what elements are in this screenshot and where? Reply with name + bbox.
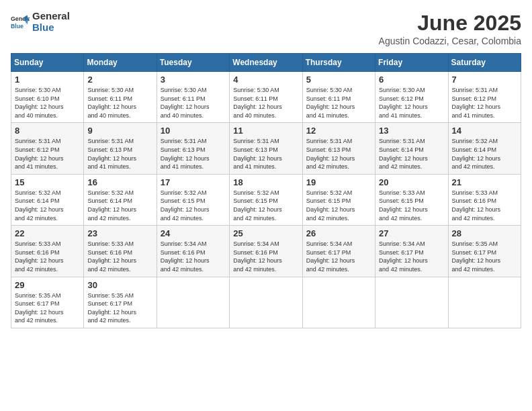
day-info: Sunrise: 5:31 AM Sunset: 6:12 PM Dayligh… — [452, 86, 517, 120]
header: General Blue General Blue June 2025 Agus… — [11, 11, 521, 46]
calendar-day-cell: 1 Sunrise: 5:30 AM Sunset: 6:10 PM Dayli… — [11, 72, 84, 123]
day-info: Sunrise: 5:35 AM Sunset: 6:17 PM Dayligh… — [452, 240, 517, 273]
day-info: Sunrise: 5:30 AM Sunset: 6:11 PM Dayligh… — [161, 86, 226, 120]
calendar-day-cell: 8 Sunrise: 5:31 AM Sunset: 6:12 PM Dayli… — [11, 123, 84, 174]
day-number: 3 — [161, 75, 226, 85]
day-info: Sunrise: 5:33 AM Sunset: 6:15 PM Dayligh… — [379, 189, 444, 222]
day-number: 16 — [87, 177, 152, 187]
day-info: Sunrise: 5:34 AM Sunset: 6:16 PM Dayligh… — [161, 240, 226, 273]
day-info: Sunrise: 5:35 AM Sunset: 6:17 PM Dayligh… — [87, 291, 152, 325]
calendar-day-cell: 2 Sunrise: 5:30 AM Sunset: 6:11 PM Dayli… — [84, 72, 157, 123]
weekday-header: Wednesday — [230, 54, 302, 72]
weekday-header: Sunday — [11, 54, 84, 72]
day-number: 18 — [233, 177, 298, 187]
day-number: 7 — [452, 75, 517, 85]
day-number: 15 — [15, 177, 80, 187]
calendar-day-cell: 16 Sunrise: 5:32 AM Sunset: 6:14 PM Dayl… — [84, 174, 157, 225]
day-info: Sunrise: 5:30 AM Sunset: 6:11 PM Dayligh… — [87, 86, 152, 120]
day-info: Sunrise: 5:31 AM Sunset: 6:14 PM Dayligh… — [379, 137, 444, 171]
calendar-week-row: 22 Sunrise: 5:33 AM Sunset: 6:16 PM Dayl… — [11, 226, 521, 277]
day-number: 5 — [306, 75, 371, 85]
day-info: Sunrise: 5:30 AM Sunset: 6:12 PM Dayligh… — [379, 86, 444, 120]
month-title: June 2025 — [379, 11, 521, 36]
day-number: 26 — [306, 228, 371, 238]
day-info: Sunrise: 5:32 AM Sunset: 6:15 PM Dayligh… — [233, 189, 298, 222]
calendar-day-cell: 30 Sunrise: 5:35 AM Sunset: 6:17 PM Dayl… — [84, 277, 157, 328]
logo-blue-text: Blue — [32, 22, 70, 34]
calendar-day-cell: 15 Sunrise: 5:32 AM Sunset: 6:14 PM Dayl… — [11, 174, 84, 225]
calendar-table: SundayMondayTuesdayWednesdayThursdayFrid… — [11, 53, 521, 328]
calendar-week-row: 15 Sunrise: 5:32 AM Sunset: 6:14 PM Dayl… — [11, 174, 521, 225]
calendar-day-cell: 25 Sunrise: 5:34 AM Sunset: 6:16 PM Dayl… — [230, 226, 302, 277]
calendar-day-cell: 27 Sunrise: 5:34 AM Sunset: 6:17 PM Dayl… — [375, 226, 448, 277]
day-info: Sunrise: 5:32 AM Sunset: 6:15 PM Dayligh… — [306, 189, 371, 222]
calendar-day-cell: 24 Sunrise: 5:34 AM Sunset: 6:16 PM Dayl… — [157, 226, 229, 277]
day-number: 20 — [379, 177, 444, 187]
svg-text:Blue: Blue — [11, 22, 24, 29]
day-number: 21 — [452, 177, 517, 187]
day-number: 13 — [379, 126, 444, 136]
day-number: 19 — [306, 177, 371, 187]
logo-icon: General Blue — [11, 13, 30, 32]
day-info: Sunrise: 5:31 AM Sunset: 6:13 PM Dayligh… — [306, 137, 371, 171]
calendar-header-row: SundayMondayTuesdayWednesdayThursdayFrid… — [11, 54, 521, 72]
calendar-day-cell: 21 Sunrise: 5:33 AM Sunset: 6:16 PM Dayl… — [448, 174, 521, 225]
day-number: 30 — [87, 280, 152, 290]
day-info: Sunrise: 5:31 AM Sunset: 6:13 PM Dayligh… — [87, 137, 152, 171]
calendar-day-cell: 26 Sunrise: 5:34 AM Sunset: 6:17 PM Dayl… — [302, 226, 375, 277]
calendar-day-cell: 12 Sunrise: 5:31 AM Sunset: 6:13 PM Dayl… — [302, 123, 375, 174]
day-number: 10 — [161, 126, 226, 136]
calendar-day-cell: 22 Sunrise: 5:33 AM Sunset: 6:16 PM Dayl… — [11, 226, 84, 277]
day-number: 4 — [233, 75, 298, 85]
day-number: 28 — [452, 228, 517, 238]
calendar-day-cell: 13 Sunrise: 5:31 AM Sunset: 6:14 PM Dayl… — [375, 123, 448, 174]
day-number: 11 — [233, 126, 298, 136]
calendar-day-cell: 19 Sunrise: 5:32 AM Sunset: 6:15 PM Dayl… — [302, 174, 375, 225]
day-info: Sunrise: 5:32 AM Sunset: 6:15 PM Dayligh… — [161, 189, 226, 222]
calendar-day-cell: 5 Sunrise: 5:30 AM Sunset: 6:11 PM Dayli… — [302, 72, 375, 123]
day-info: Sunrise: 5:34 AM Sunset: 6:17 PM Dayligh… — [306, 240, 371, 273]
calendar-day-cell: 29 Sunrise: 5:35 AM Sunset: 6:17 PM Dayl… — [11, 277, 84, 328]
day-number: 1 — [15, 75, 80, 85]
day-info: Sunrise: 5:30 AM Sunset: 6:10 PM Dayligh… — [15, 86, 80, 120]
calendar-day-cell: 14 Sunrise: 5:32 AM Sunset: 6:14 PM Dayl… — [448, 123, 521, 174]
day-info: Sunrise: 5:33 AM Sunset: 6:16 PM Dayligh… — [87, 240, 152, 273]
logo-general-text: General — [32, 11, 70, 22]
calendar-day-cell — [230, 277, 302, 328]
calendar-day-cell: 11 Sunrise: 5:31 AM Sunset: 6:13 PM Dayl… — [230, 123, 302, 174]
calendar-day-cell: 3 Sunrise: 5:30 AM Sunset: 6:11 PM Dayli… — [157, 72, 229, 123]
calendar-day-cell — [302, 277, 375, 328]
calendar-day-cell: 10 Sunrise: 5:31 AM Sunset: 6:13 PM Dayl… — [157, 123, 229, 174]
day-info: Sunrise: 5:30 AM Sunset: 6:11 PM Dayligh… — [233, 86, 298, 120]
day-number: 2 — [87, 75, 152, 85]
day-number: 23 — [87, 228, 152, 238]
day-info: Sunrise: 5:34 AM Sunset: 6:16 PM Dayligh… — [233, 240, 298, 273]
day-number: 22 — [15, 228, 80, 238]
weekday-header: Saturday — [448, 54, 521, 72]
calendar-day-cell: 6 Sunrise: 5:30 AM Sunset: 6:12 PM Dayli… — [375, 72, 448, 123]
weekday-header: Tuesday — [157, 54, 229, 72]
day-info: Sunrise: 5:35 AM Sunset: 6:17 PM Dayligh… — [15, 291, 80, 325]
calendar-week-row: 29 Sunrise: 5:35 AM Sunset: 6:17 PM Dayl… — [11, 277, 521, 328]
day-number: 12 — [306, 126, 371, 136]
day-number: 6 — [379, 75, 444, 85]
day-number: 24 — [161, 228, 226, 238]
day-number: 29 — [15, 280, 80, 290]
day-info: Sunrise: 5:31 AM Sunset: 6:13 PM Dayligh… — [233, 137, 298, 171]
weekday-header: Monday — [84, 54, 157, 72]
day-info: Sunrise: 5:33 AM Sunset: 6:16 PM Dayligh… — [452, 189, 517, 222]
calendar-day-cell: 9 Sunrise: 5:31 AM Sunset: 6:13 PM Dayli… — [84, 123, 157, 174]
day-info: Sunrise: 5:32 AM Sunset: 6:14 PM Dayligh… — [87, 189, 152, 222]
calendar-day-cell: 17 Sunrise: 5:32 AM Sunset: 6:15 PM Dayl… — [157, 174, 229, 225]
calendar-day-cell: 20 Sunrise: 5:33 AM Sunset: 6:15 PM Dayl… — [375, 174, 448, 225]
day-info: Sunrise: 5:34 AM Sunset: 6:17 PM Dayligh… — [379, 240, 444, 273]
calendar-day-cell — [375, 277, 448, 328]
day-number: 8 — [15, 126, 80, 136]
location-subtitle: Agustin Codazzi, Cesar, Colombia — [379, 36, 521, 46]
calendar-day-cell: 23 Sunrise: 5:33 AM Sunset: 6:16 PM Dayl… — [84, 226, 157, 277]
day-number: 25 — [233, 228, 298, 238]
title-area: June 2025 Agustin Codazzi, Cesar, Colomb… — [379, 11, 521, 46]
calendar-week-row: 8 Sunrise: 5:31 AM Sunset: 6:12 PM Dayli… — [11, 123, 521, 174]
calendar-day-cell — [448, 277, 521, 328]
day-info: Sunrise: 5:30 AM Sunset: 6:11 PM Dayligh… — [306, 86, 371, 120]
